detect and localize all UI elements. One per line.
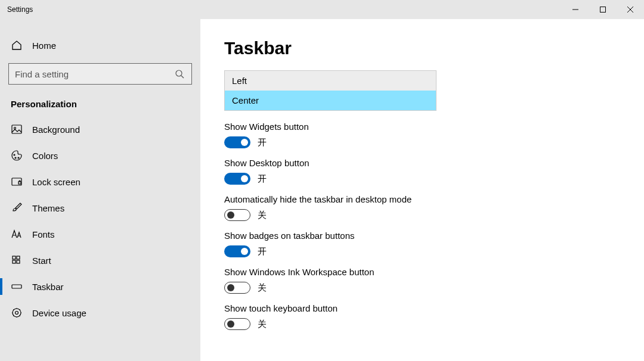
setting-label: Automatically hide the taskbar in deskto… [224,194,644,204]
svg-point-7 [14,127,16,129]
svg-point-10 [18,157,19,158]
sidebar-item-fonts[interactable]: Fonts [0,221,200,247]
sidebar-item-label: Colors [32,151,58,161]
start-icon [11,254,23,266]
brush-icon [11,202,23,214]
setting-label: Show Widgets button [224,122,644,132]
svg-point-9 [15,157,16,158]
sidebar-item-themes[interactable]: Themes [0,195,200,221]
window-controls [562,0,644,19]
sidebar-item-taskbar[interactable]: Taskbar [0,273,200,300]
device-icon [11,307,23,319]
svg-rect-13 [13,256,16,259]
toggle-state: 开 [258,137,267,148]
titlebar: Settings [0,0,644,19]
svg-rect-15 [13,260,16,263]
toggle-state: 关 [258,210,267,221]
sidebar-item-background[interactable]: Background [0,116,200,142]
sidebar-home-label: Home [32,41,56,51]
home-icon [11,39,23,51]
close-button[interactable] [617,0,644,19]
svg-rect-14 [17,256,20,259]
toggle-desktop[interactable] [224,173,250,185]
picture-icon [11,123,23,135]
sidebar-item-label: Fonts [32,229,55,239]
svg-point-8 [14,154,15,155]
taskbar-icon [11,281,23,292]
sidebar-item-label: Taskbar [32,282,64,292]
svg-rect-12 [18,182,21,184]
setting-label: Show Windows Ink Workspace button [224,267,644,277]
sidebar-item-label: Start [32,256,51,266]
toggle-ink[interactable] [224,282,250,294]
svg-rect-17 [12,285,21,288]
svg-rect-16 [17,260,20,263]
toggle-state: 开 [258,246,267,257]
svg-point-4 [176,70,182,76]
alignment-option-left[interactable]: Left [225,71,436,91]
sidebar-item-start[interactable]: Start [0,247,200,273]
toggle-badges[interactable] [224,245,250,257]
svg-point-18 [13,309,21,317]
svg-line-5 [181,76,184,78]
palette-icon [11,150,23,161]
svg-rect-6 [12,125,21,133]
minimize-button[interactable] [562,0,589,19]
window-title: Settings [0,5,33,14]
alignment-option-center[interactable]: Center [225,91,436,110]
toggle-widgets[interactable] [224,136,250,148]
alignment-select[interactable]: Left Center [224,70,436,111]
sidebar-home[interactable]: Home [0,33,200,57]
sidebar: Home Find a setting Personalization Back… [0,19,200,361]
sidebar-item-label: Themes [32,203,64,213]
setting-label: Show touch keyboard button [224,303,644,313]
font-icon [11,228,23,240]
toggle-autohide[interactable] [224,209,250,221]
sidebar-item-lockscreen[interactable]: Lock screen [0,169,200,195]
search-icon [174,68,185,80]
content-area: Taskbar Left Center Show Widgets button … [200,19,644,361]
svg-point-19 [16,312,18,315]
sidebar-item-label: Lock screen [32,177,80,187]
toggle-state: 关 [258,319,267,330]
sidebar-item-label: Background [32,125,80,135]
svg-rect-1 [600,7,606,13]
setting-label: Show badges on taskbar buttons [224,231,644,241]
sidebar-item-label: Device usage [32,308,86,318]
sidebar-item-colors[interactable]: Colors [0,142,200,169]
maximize-button[interactable] [589,0,617,19]
sidebar-item-deviceusage[interactable]: Device usage [0,300,200,326]
page-title: Taskbar [224,38,644,58]
toggle-state: 关 [258,282,267,294]
setting-label: Show Desktop button [224,158,644,168]
search-input[interactable]: Find a setting [8,63,192,85]
toggle-state: 开 [258,173,267,185]
sidebar-category: Personalization [0,92,200,116]
lock-icon [11,176,23,188]
search-placeholder: Find a setting [15,69,69,79]
toggle-touchkb[interactable] [224,318,250,330]
